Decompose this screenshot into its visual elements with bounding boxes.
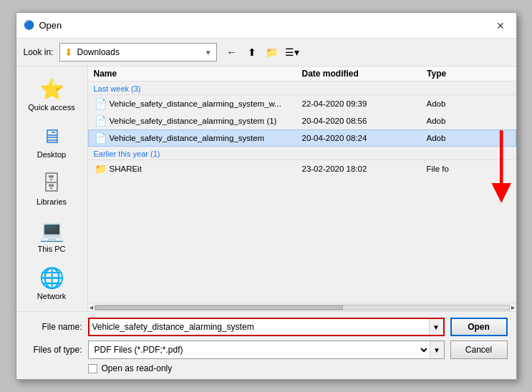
sidebar: ⭐ Quick access 🖥 Desktop 🗄 Libraries 💻 T… — [16, 67, 88, 311]
file-date-cell: 20-04-2020 08:56 — [302, 117, 427, 125]
file-row-selected[interactable]: 📄 Vehicle_safety_distance_alarming_syste… — [88, 129, 516, 147]
file-list: Last week (3) 📄 Vehicle_safety_distance_… — [88, 82, 516, 303]
group-header-earlier: Earlier this year (1) — [88, 147, 516, 160]
folder-icon: 📁 — [95, 163, 107, 175]
folder-down-icon: ⬇ — [64, 46, 73, 58]
cancel-button[interactable]: Cancel — [450, 340, 508, 359]
file-name-dropdown-btn[interactable]: ▼ — [429, 319, 443, 335]
libraries-icon: 🗄 — [42, 172, 62, 195]
sidebar-item-network[interactable]: 🌐 Network — [21, 263, 82, 304]
file-name-input[interactable] — [90, 322, 429, 332]
file-name-cell: 📄 Vehicle_safety_distance_alarming_syste… — [95, 98, 302, 109]
file-type-cell: Adob — [427, 99, 510, 108]
network-icon: 🌐 — [39, 266, 64, 290]
toolbar-icons: ← ⬆ 📁 ☰▾ — [223, 43, 301, 62]
col-header-date: Date modified — [302, 69, 427, 79]
file-name-input-wrap: ▼ — [88, 318, 445, 336]
file-area-wrapper: Name Date modified Type Last week (3) 📄 … — [88, 67, 516, 311]
col-header-type: Type — [427, 69, 510, 79]
sidebar-label-quick-access: Quick access — [28, 103, 74, 112]
toolbar: Look in: ⬇ Downloads ▼ ← ⬆ 📁 ☰▾ — [16, 39, 516, 67]
pdf-icon: 📄 — [95, 132, 107, 144]
desktop-icon: 🖥 — [42, 124, 62, 148]
sidebar-item-this-pc[interactable]: 💻 This PC — [21, 215, 82, 257]
view-button[interactable]: ☰▾ — [283, 43, 301, 62]
file-type-cell: File fo — [427, 165, 510, 173]
scroll-left-icon[interactable]: ◂ — [90, 303, 93, 311]
file-name-cell: 📄 Vehicle_safety_distance_alarming_syste… — [95, 132, 302, 144]
file-name-label: File name: — [25, 322, 82, 332]
pdf-icon: 📄 — [95, 115, 107, 127]
file-row[interactable]: 📄 Vehicle_safety_distance_alarming_syste… — [88, 112, 516, 129]
dropdown-arrow-icon: ▼ — [205, 49, 212, 57]
file-type-cell: Adob — [427, 134, 510, 142]
col-header-name: Name — [94, 69, 302, 79]
scroll-track[interactable] — [95, 305, 510, 310]
file-name-cell: 📁 SHAREit — [95, 163, 302, 175]
look-in-label: Look in: — [24, 47, 54, 57]
current-folder-label: Downloads — [77, 47, 200, 57]
sidebar-label-network: Network — [37, 292, 66, 300]
file-area: Name Date modified Type Last week (3) 📄 … — [88, 67, 516, 311]
file-date-cell: 23-02-2020 18:02 — [302, 165, 427, 173]
file-name-cell: 📄 Vehicle_safety_distance_alarming_syste… — [95, 115, 302, 127]
new-folder-button[interactable]: 📁 — [263, 43, 281, 62]
file-date-cell: 20-04-2020 08:24 — [302, 134, 427, 142]
file-type-row: Files of type: PDF Files (*.PDF;*.pdf)Al… — [25, 340, 508, 359]
up-button[interactable]: ⬆ — [243, 43, 261, 62]
group-header-last-week: Last week (3) — [88, 82, 516, 95]
bottom-panel: File name: ▼ Open Files of type: PDF Fil… — [16, 311, 516, 379]
file-type-cell: Adob — [427, 117, 510, 125]
file-type-dropdown-arrow[interactable]: ▼ — [430, 341, 444, 358]
sidebar-label-this-pc: This PC — [37, 245, 65, 253]
pdf-icon: 📄 — [95, 98, 107, 109]
sidebar-item-quick-access[interactable]: ⭐ Quick access — [21, 74, 82, 115]
dialog-icon: 🔵 — [24, 20, 35, 31]
file-type-select[interactable]: PDF Files (*.PDF;*.pdf)All Files (*.*) — [89, 344, 430, 356]
file-row-folder[interactable]: 📁 SHAREit 23-02-2020 18:02 File fo — [88, 160, 516, 177]
file-type-select-wrap: PDF Files (*.PDF;*.pdf)All Files (*.*) ▼ — [88, 340, 445, 359]
file-list-header: Name Date modified Type — [88, 67, 516, 82]
readonly-checkbox[interactable] — [88, 364, 97, 373]
dialog-title: Open — [39, 20, 62, 31]
star-icon: ⭐ — [39, 77, 64, 101]
pc-icon: 💻 — [39, 219, 64, 242]
scroll-right-icon[interactable]: ▸ — [511, 303, 515, 311]
sidebar-item-libraries[interactable]: 🗄 Libraries — [21, 168, 82, 210]
back-button[interactable]: ← — [223, 43, 241, 62]
title-bar: 🔵 Open ✕ — [16, 13, 516, 39]
file-name-row: File name: ▼ Open — [25, 318, 508, 336]
scroll-thumb[interactable] — [95, 305, 344, 310]
look-in-dropdown[interactable]: ⬇ Downloads ▼ — [59, 43, 217, 62]
main-area: ⭐ Quick access 🖥 Desktop 🗄 Libraries 💻 T… — [16, 67, 516, 311]
open-button[interactable]: Open — [450, 318, 508, 336]
open-dialog: 🔵 Open ✕ Look in: ⬇ Downloads ▼ ← ⬆ 📁 ☰▾… — [16, 12, 517, 380]
sidebar-label-desktop: Desktop — [37, 150, 66, 159]
sidebar-label-libraries: Libraries — [37, 197, 67, 206]
title-bar-left: 🔵 Open — [24, 20, 62, 31]
file-date-cell: 22-04-2020 09:39 — [302, 99, 427, 108]
readonly-row: Open as read-only — [25, 363, 508, 373]
file-type-label: Files of type: — [25, 345, 82, 355]
horizontal-scrollbar[interactable]: ◂ ▸ — [88, 303, 516, 311]
file-row[interactable]: 📄 Vehicle_safety_distance_alarming_syste… — [88, 95, 516, 112]
readonly-label: Open as read-only — [102, 363, 173, 373]
sidebar-item-desktop[interactable]: 🖥 Desktop — [21, 121, 82, 162]
close-button[interactable]: ✕ — [492, 17, 509, 34]
